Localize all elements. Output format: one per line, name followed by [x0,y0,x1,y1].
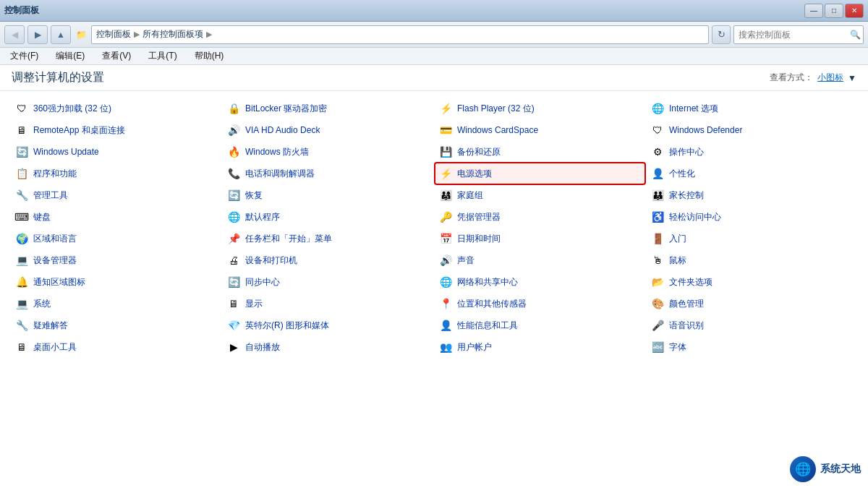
list-item[interactable]: 🖥RemoteApp 和桌面连接 [12,120,221,140]
list-item[interactable]: 🎤语音识别 [647,315,856,335]
item-icon: 🔒 [226,101,241,116]
item-label: 轻松访问中心 [669,211,721,223]
list-item[interactable]: 📍位置和其他传感器 [435,294,644,314]
list-item[interactable]: ⚙操作中心 [647,142,856,162]
item-label: Internet 选项 [669,103,718,115]
item-label: Windows 防火墙 [245,146,309,158]
list-item[interactable]: ⚡电源选项 [435,163,644,184]
list-item[interactable]: 🔄恢复 [224,185,433,205]
item-icon: 💻 [14,296,29,311]
folder-icon: 📁 [74,27,88,42]
breadcrumb-sep2: ▶ [206,30,212,39]
menu-item-帮助(H)[interactable]: 帮助(H) [192,48,227,64]
item-label: 个性化 [669,168,695,180]
item-label: 通知区域图标 [33,276,85,288]
menu-item-编辑(E)[interactable]: 编辑(E) [53,48,88,64]
minimize-button[interactable]: — [804,4,823,18]
list-item[interactable]: 🔊声音 [435,250,644,270]
item-label: 电源选项 [457,168,492,180]
list-item[interactable]: 🔧管理工具 [12,185,221,205]
item-label: Windows Update [33,147,99,157]
watermark-icon: 🌐 [790,456,816,482]
menu-item-文件(F)[interactable]: 文件(F) [7,48,41,64]
forward-button[interactable]: ▶ [27,25,48,44]
list-item[interactable]: 👤性能信息和工具 [435,315,644,335]
breadcrumb-cp[interactable]: 控制面板 [96,28,131,40]
search-input[interactable] [739,30,847,40]
search-box[interactable]: 🔍 [733,25,864,44]
list-item[interactable]: 📂文件夹选项 [647,272,856,292]
list-item[interactable]: 🖥桌面小工具 [12,337,221,357]
list-item[interactable]: 🛡360强力卸载 (32 位) [12,98,221,119]
breadcrumb[interactable]: 控制面板 ▶ 所有控制面板项 ▶ [91,25,709,44]
item-icon: 🛡 [650,123,665,137]
list-item[interactable]: 👤个性化 [647,163,856,184]
list-item[interactable]: 🚪入门 [647,228,856,249]
list-item[interactable]: 🌍区域和语言 [12,228,221,249]
list-item[interactable]: 👥用户帐户 [435,337,644,357]
breadcrumb-all[interactable]: 所有控制面板项 [142,28,203,40]
list-item[interactable]: 🌐网络和共享中心 [435,272,644,292]
list-item[interactable]: 🔒BitLocker 驱动器加密 [224,98,433,119]
list-item[interactable]: 🖥显示 [224,294,433,314]
item-icon: ⚡ [438,166,453,181]
item-icon: ▶ [226,340,241,354]
window-title: 控制面板 [4,4,39,17]
list-item[interactable]: 👪家长控制 [647,185,856,205]
item-icon: 🌐 [438,275,453,289]
item-label: 备份和还原 [457,146,501,158]
list-item[interactable]: ♿轻松访问中心 [647,207,856,227]
list-item[interactable]: 🔄Windows Update [12,142,221,162]
list-item[interactable]: 🔑凭据管理器 [435,207,644,227]
list-item[interactable]: 🌐默认程序 [224,207,433,227]
up-button[interactable]: ▲ [51,25,71,44]
list-item[interactable]: 🎨颜色管理 [647,294,856,314]
view-options: 查看方式： 小图标 ▼ [770,72,856,84]
menu-item-工具(T)[interactable]: 工具(T) [145,48,179,64]
close-button[interactable]: ✕ [845,4,864,18]
list-item[interactable]: 💎英特尔(R) 图形和媒体 [224,315,433,335]
list-item[interactable]: 🌐Internet 选项 [647,98,856,119]
list-item[interactable]: 🖱鼠标 [647,250,856,270]
list-item[interactable]: 🔧疑难解答 [12,315,221,335]
list-item[interactable]: 💳Windows CardSpace [435,120,644,140]
watermark: 🌐 系统天地 [790,456,861,482]
item-icon: 💳 [438,123,453,137]
list-item[interactable]: ⌨键盘 [12,207,221,227]
item-label: 入门 [669,233,686,245]
list-item[interactable]: 🔥Windows 防火墙 [224,142,433,162]
view-mode-button[interactable]: 小图标 [817,72,843,84]
list-item[interactable]: 📞电话和调制解调器 [224,163,433,184]
list-item[interactable]: 🔄同步中心 [224,272,433,292]
search-icon[interactable]: 🔍 [850,30,861,40]
item-icon: 🔄 [14,145,29,159]
list-item[interactable]: ⚡Flash Player (32 位) [435,98,644,119]
item-icon: 🖱 [650,253,665,267]
item-icon: 🖥 [226,296,241,311]
list-item[interactable]: 🛡Windows Defender [647,120,856,140]
list-item[interactable]: 💻系统 [12,294,221,314]
list-item[interactable]: 🔤字体 [647,337,856,357]
maximize-button[interactable]: □ [825,4,843,18]
list-item[interactable]: ▶自动播放 [224,337,433,357]
list-item[interactable]: 🖨设备和打印机 [224,250,433,270]
list-item[interactable]: 🔊VIA HD Audio Deck [224,120,433,140]
view-arrow-icon[interactable]: ▼ [848,73,856,83]
list-item[interactable]: 📌任务栏和「开始」菜单 [224,228,433,249]
list-item[interactable]: 💻设备管理器 [12,250,221,270]
item-label: 自动播放 [245,341,280,354]
list-item[interactable]: 🔔通知区域图标 [12,272,221,292]
title-bar: 控制面板 — □ ✕ [0,0,868,22]
item-icon: 💎 [226,318,241,333]
refresh-button[interactable]: ↻ [712,25,731,44]
list-item[interactable]: 📋程序和功能 [12,163,221,184]
list-item[interactable]: 👨‍👩‍👧家庭组 [435,185,644,205]
item-label: 疑难解答 [33,320,68,332]
list-item[interactable]: 💾备份和还原 [435,142,644,162]
item-label: RemoteApp 和桌面连接 [33,124,125,137]
item-label: BitLocker 驱动器加密 [245,103,327,115]
list-item[interactable]: 📅日期和时间 [435,228,644,249]
back-button[interactable]: ◀ [4,25,25,44]
menu-item-查看(V)[interactable]: 查看(V) [99,48,134,64]
item-icon: 🎨 [650,296,665,311]
